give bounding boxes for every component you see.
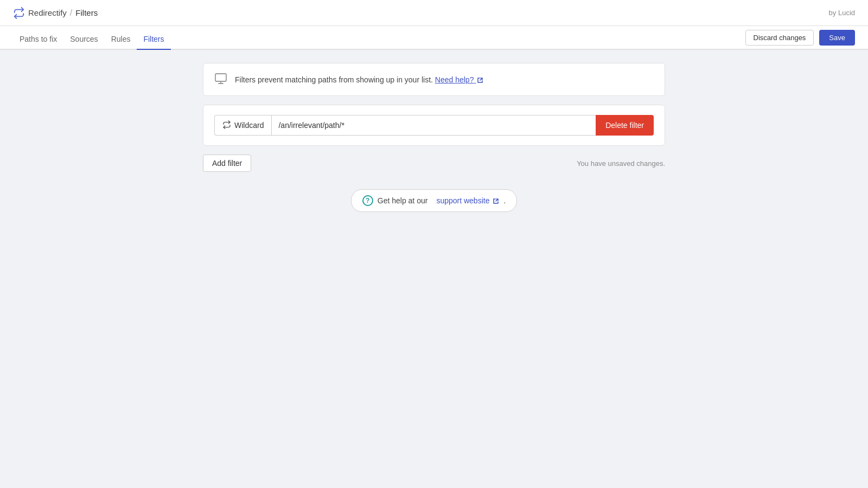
tab-sources[interactable]: Sources — [63, 27, 104, 50]
info-banner: Filters prevent matching paths from show… — [203, 63, 665, 96]
filter-type-label: Wildcard — [234, 121, 264, 130]
support-website-link[interactable]: support website — [436, 196, 499, 205]
header: Redirectify / Filters by Lucid — [0, 0, 868, 26]
filter-card: Wildcard Delete filter — [203, 105, 665, 146]
bottom-row: Add filter You have unsaved changes. — [203, 155, 665, 172]
header-right: by Lucid — [829, 9, 855, 17]
main-content: Filters prevent matching paths from show… — [190, 50, 678, 225]
tab-rules[interactable]: Rules — [105, 27, 137, 50]
logo-icon — [13, 7, 25, 19]
unsaved-message: You have unsaved changes. — [577, 159, 665, 168]
wildcard-icon — [222, 120, 231, 131]
filter-path-input[interactable] — [271, 115, 596, 136]
banner-icon — [214, 72, 227, 87]
help-icon: ? — [362, 195, 373, 206]
help-period: . — [503, 196, 506, 205]
tab-filters[interactable]: Filters — [137, 27, 170, 50]
breadcrumb-current: Filters — [75, 8, 98, 17]
app-logo[interactable]: Redirectify — [13, 7, 67, 19]
filter-type-button[interactable]: Wildcard — [214, 115, 271, 136]
nav-actions: Discard changes Save — [745, 30, 855, 49]
nav-tabs: Paths to fix Sources Rules Filters — [13, 26, 171, 49]
save-button[interactable]: Save — [819, 30, 855, 46]
filter-row: Wildcard Delete filter — [214, 115, 654, 136]
external-link-icon — [477, 77, 483, 84]
help-box: ? Get help at our support website . — [351, 189, 517, 212]
need-help-link[interactable]: Need help? — [435, 75, 484, 84]
tab-paths-to-fix[interactable]: Paths to fix — [13, 27, 63, 50]
delete-filter-button[interactable]: Delete filter — [596, 115, 654, 136]
app-name: Redirectify — [28, 8, 67, 17]
breadcrumb-separator: / — [70, 8, 72, 18]
add-filter-button[interactable]: Add filter — [203, 155, 251, 172]
svg-rect-0 — [215, 74, 226, 81]
by-label: by Lucid — [829, 9, 855, 17]
header-left: Redirectify / Filters — [13, 7, 98, 19]
discard-changes-button[interactable]: Discard changes — [745, 30, 814, 46]
support-external-icon — [493, 198, 499, 204]
help-text: Get help at our — [378, 196, 428, 205]
nav-bar: Paths to fix Sources Rules Filters Disca… — [0, 26, 868, 50]
banner-text: Filters prevent matching paths from show… — [235, 75, 483, 84]
